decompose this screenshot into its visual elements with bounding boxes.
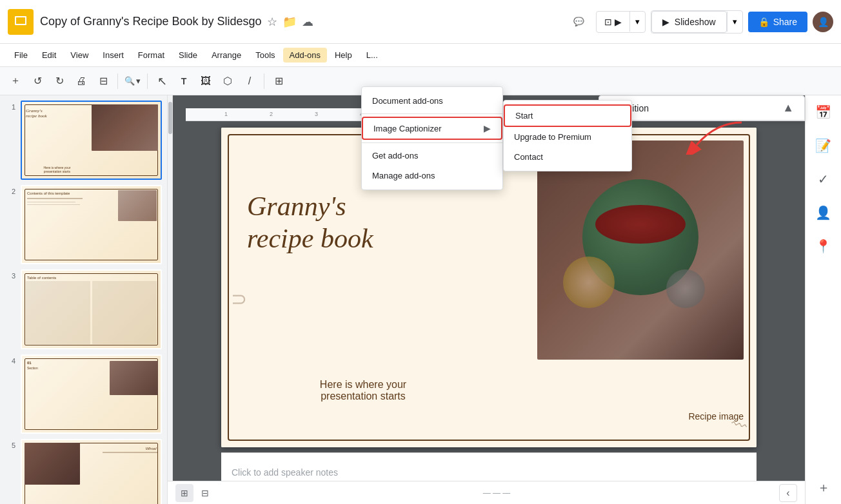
slide-thumbnail-2[interactable]: 2 Contents of this template — [5, 185, 162, 264]
calendar-icon[interactable]: 📅 — [812, 101, 835, 124]
menu-help[interactable]: Help — [328, 48, 359, 63]
slide-scrollbar[interactable] — [168, 95, 173, 504]
slide-thumbnail-5[interactable]: 5 Whoa! — [5, 439, 162, 504]
slide-preview-3[interactable]: Table of contents — [21, 269, 162, 349]
slide-controls: — — — — [483, 489, 511, 498]
toolbar-divider-2 — [147, 73, 148, 89]
menu-insert[interactable]: Insert — [96, 48, 130, 63]
ruler-mark-2: 2 — [270, 111, 273, 117]
add-button[interactable]: ＋ — [5, 71, 26, 92]
add-panel-icon[interactable]: ＋ — [812, 476, 835, 499]
comment-icon: 💬 — [573, 17, 584, 26]
slide-preview-1[interactable]: Granny'srecipe book Here is where yourpr… — [21, 101, 162, 180]
zoom-label: ▾ — [136, 76, 141, 86]
share-button[interactable]: 🔒 Share — [748, 12, 807, 32]
maps-icon[interactable]: 📍 — [812, 235, 835, 258]
contacts-icon[interactable]: 👤 — [812, 201, 835, 224]
title-area: Copy of Granny's Recipe Book by Slidesgo… — [40, 15, 568, 29]
transition-close-button[interactable]: ▲ — [782, 101, 794, 115]
slide-preview-4[interactable]: 01 Section — [21, 354, 162, 434]
star-icon[interactable]: ☆ — [267, 15, 277, 29]
menu-format[interactable]: Format — [132, 48, 171, 63]
cloud-icon[interactable]: ☁ — [302, 15, 313, 29]
text-box-tool[interactable]: ⊞ — [268, 71, 289, 92]
manage-addons-item[interactable]: Manage add-ons — [362, 166, 502, 186]
slideshow-icon: ▶ — [662, 17, 669, 27]
drive-folder-icon[interactable]: 📁 — [282, 15, 297, 29]
slide-number-3: 3 — [5, 269, 15, 280]
doc-title: Copy of Granny's Recipe Book by Slidesgo… — [40, 15, 568, 29]
print-button[interactable]: 🖨 — [71, 71, 92, 92]
zoom-select[interactable]: 🔍 ▾ — [122, 72, 143, 90]
toolbar-divider-1 — [117, 73, 118, 89]
slide-thumbnail-4[interactable]: 4 01 Section — [5, 354, 162, 434]
avatar[interactable]: 👤 — [813, 12, 833, 32]
contact-item[interactable]: Contact — [504, 147, 631, 167]
notes-icon[interactable]: 📝 — [812, 134, 835, 157]
right-panel: 📅 📝 ✓ 👤 📍 ＋ — [805, 95, 841, 504]
menu-slide[interactable]: Slide — [172, 48, 204, 63]
slide-indicator: — — — — [483, 489, 511, 498]
recipe-photo — [537, 141, 744, 360]
menu-addons[interactable]: Add-ons — [283, 48, 327, 63]
undo-button[interactable]: ↺ — [27, 71, 48, 92]
captionizer-submenu: Start Upgrade to Premium Contact — [503, 100, 632, 171]
addons-menu-header: Document add-ons — [362, 91, 502, 111]
menu-file[interactable]: File — [8, 48, 34, 63]
menubar: File Edit View Insert Format Slide Arran… — [0, 44, 841, 67]
slideshow-button[interactable]: ▶ Slideshow — [651, 11, 727, 33]
toolbar-divider-3 — [264, 73, 264, 89]
start-item[interactable]: Start — [504, 104, 631, 127]
slide-content-4: 01 Section — [22, 356, 161, 432]
grid-view-button[interactable]: ⊞ — [175, 484, 193, 502]
slideshow-group: ▶ Slideshow ▾ — [651, 10, 743, 34]
get-addons-item[interactable]: Get add-ons — [362, 146, 502, 166]
zoom-icon: 🔍 — [124, 76, 135, 86]
view-mode-buttons: ⊞ ⊟ — [175, 484, 214, 502]
upgrade-item[interactable]: Upgrade to Premium — [504, 127, 631, 147]
menu-l[interactable]: L... — [360, 48, 384, 63]
text-tool[interactable]: T — [173, 71, 194, 92]
slide-recipe-image[interactable] — [537, 141, 744, 360]
share-label: Share — [773, 17, 797, 27]
addons-dropdown-menu: Document add-ons Image Captionizer ▶ Get… — [361, 86, 503, 190]
paint-format-button[interactable]: ⊟ — [93, 71, 114, 92]
app-icon — [8, 9, 34, 35]
menu-arrange[interactable]: Arrange — [205, 48, 248, 63]
ruler-mark-1: 1 — [224, 111, 228, 117]
line-tool[interactable]: / — [239, 71, 260, 92]
header: Copy of Granny's Recipe Book by Slidesgo… — [0, 0, 841, 44]
present-icon: ⊡ — [604, 17, 612, 27]
decoration-2: ⊃ — [231, 287, 247, 310]
slideshow-chevron-icon: ▾ — [733, 17, 737, 26]
redo-button[interactable]: ↻ — [49, 71, 70, 92]
ruler-mark-3: 3 — [315, 111, 318, 117]
present-dropdown[interactable]: ▾ — [629, 12, 645, 32]
slideshow-dropdown[interactable]: ▾ — [727, 12, 742, 32]
zoom-controls: ‹ — [779, 484, 797, 502]
present-btn-group: ⊡ ▶ ▾ — [596, 11, 646, 33]
document-title: Copy of Granny's Recipe Book by Slidesgo — [40, 15, 262, 28]
slide-preview-2[interactable]: Contents of this template — [21, 185, 162, 264]
present-button[interactable]: ⊡ ▶ — [597, 12, 629, 32]
image-tool[interactable]: 🖼 — [195, 71, 216, 92]
slide-thumbnail-1[interactable]: 1 Granny'srecipe book Here is where your… — [5, 101, 162, 180]
scroll-left-button[interactable]: ‹ — [779, 484, 797, 502]
shape-tool[interactable]: ⬡ — [217, 71, 238, 92]
cursor-tool[interactable]: ↖ — [152, 71, 172, 92]
slide-main-title: Granny's recipe book — [247, 190, 505, 255]
slide-thumbnail-3[interactable]: 3 Table of contents — [5, 269, 162, 349]
menu-edit[interactable]: Edit — [35, 48, 63, 63]
lock-icon: 🔒 — [758, 17, 769, 27]
menu-view[interactable]: View — [64, 48, 95, 63]
menu-tools[interactable]: Tools — [249, 48, 281, 63]
list-view-button[interactable]: ⊟ — [196, 484, 214, 502]
slide-content-3: Table of contents — [22, 271, 161, 347]
slide-preview-5[interactable]: Whoa! — [21, 439, 162, 504]
slide-number-1: 1 — [5, 101, 15, 111]
tasks-icon[interactable]: ✓ — [812, 168, 835, 191]
comment-button[interactable]: 💬 — [568, 10, 591, 34]
scroll-thumb[interactable] — [168, 102, 172, 134]
image-captionizer-item[interactable]: Image Captionizer ▶ — [362, 117, 502, 140]
bottom-bar: ⊞ ⊟ — — — ‹ — [168, 481, 805, 504]
